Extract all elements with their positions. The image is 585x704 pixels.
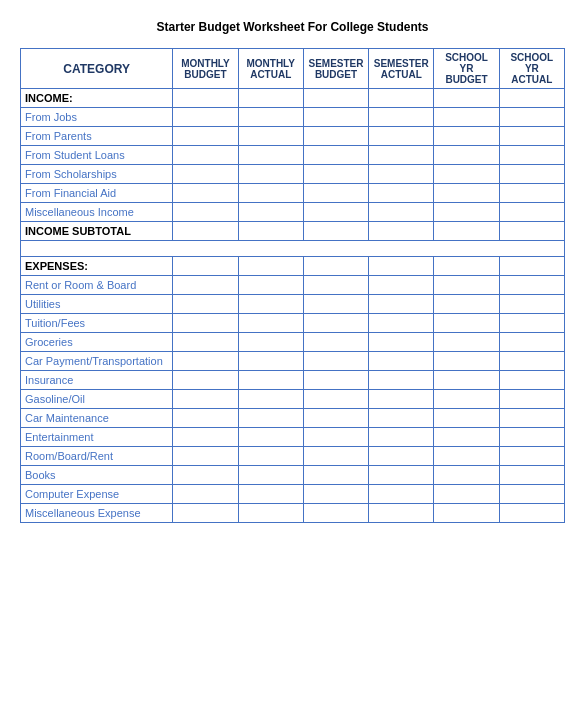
data-cell[interactable] [173, 295, 238, 314]
data-cell[interactable] [499, 504, 564, 523]
data-cell[interactable] [238, 276, 303, 295]
data-cell[interactable] [434, 89, 499, 108]
data-cell[interactable] [369, 390, 434, 409]
data-cell[interactable] [238, 222, 303, 241]
data-cell[interactable] [499, 409, 564, 428]
data-cell[interactable] [369, 276, 434, 295]
data-cell[interactable] [499, 371, 564, 390]
data-cell[interactable] [238, 203, 303, 222]
data-cell[interactable] [238, 333, 303, 352]
data-cell[interactable] [369, 89, 434, 108]
data-cell[interactable] [369, 371, 434, 390]
data-cell[interactable] [173, 390, 238, 409]
data-cell[interactable] [499, 203, 564, 222]
data-cell[interactable] [173, 352, 238, 371]
data-cell[interactable] [238, 409, 303, 428]
data-cell[interactable] [173, 485, 238, 504]
data-cell[interactable] [499, 466, 564, 485]
data-cell[interactable] [369, 504, 434, 523]
data-cell[interactable] [303, 314, 368, 333]
data-cell[interactable] [238, 447, 303, 466]
data-cell[interactable] [499, 314, 564, 333]
data-cell[interactable] [303, 276, 368, 295]
data-cell[interactable] [238, 352, 303, 371]
data-cell[interactable] [173, 127, 238, 146]
data-cell[interactable] [173, 89, 238, 108]
data-cell[interactable] [369, 409, 434, 428]
data-cell[interactable] [434, 108, 499, 127]
data-cell[interactable] [173, 257, 238, 276]
data-cell[interactable] [434, 146, 499, 165]
data-cell[interactable] [303, 390, 368, 409]
data-cell[interactable] [434, 276, 499, 295]
data-cell[interactable] [238, 428, 303, 447]
data-cell[interactable] [173, 276, 238, 295]
data-cell[interactable] [369, 428, 434, 447]
data-cell[interactable] [369, 108, 434, 127]
data-cell[interactable] [499, 146, 564, 165]
data-cell[interactable] [173, 428, 238, 447]
data-cell[interactable] [238, 504, 303, 523]
data-cell[interactable] [434, 485, 499, 504]
data-cell[interactable] [173, 222, 238, 241]
data-cell[interactable] [369, 333, 434, 352]
data-cell[interactable] [369, 295, 434, 314]
data-cell[interactable] [434, 127, 499, 146]
data-cell[interactable] [303, 89, 368, 108]
data-cell[interactable] [434, 165, 499, 184]
data-cell[interactable] [499, 352, 564, 371]
data-cell[interactable] [303, 108, 368, 127]
data-cell[interactable] [434, 409, 499, 428]
data-cell[interactable] [369, 222, 434, 241]
data-cell[interactable] [238, 146, 303, 165]
data-cell[interactable] [303, 165, 368, 184]
data-cell[interactable] [499, 295, 564, 314]
data-cell[interactable] [499, 257, 564, 276]
data-cell[interactable] [434, 314, 499, 333]
data-cell[interactable] [238, 466, 303, 485]
data-cell[interactable] [173, 314, 238, 333]
data-cell[interactable] [434, 257, 499, 276]
data-cell[interactable] [434, 203, 499, 222]
data-cell[interactable] [303, 371, 368, 390]
data-cell[interactable] [303, 447, 368, 466]
data-cell[interactable] [434, 184, 499, 203]
data-cell[interactable] [369, 184, 434, 203]
data-cell[interactable] [173, 504, 238, 523]
data-cell[interactable] [238, 485, 303, 504]
data-cell[interactable] [434, 371, 499, 390]
data-cell[interactable] [434, 295, 499, 314]
data-cell[interactable] [238, 390, 303, 409]
data-cell[interactable] [369, 127, 434, 146]
data-cell[interactable] [303, 485, 368, 504]
data-cell[interactable] [369, 146, 434, 165]
data-cell[interactable] [303, 352, 368, 371]
data-cell[interactable] [499, 89, 564, 108]
data-cell[interactable] [499, 184, 564, 203]
data-cell[interactable] [238, 89, 303, 108]
data-cell[interactable] [303, 184, 368, 203]
data-cell[interactable] [303, 295, 368, 314]
data-cell[interactable] [303, 504, 368, 523]
data-cell[interactable] [303, 146, 368, 165]
data-cell[interactable] [369, 165, 434, 184]
data-cell[interactable] [238, 127, 303, 146]
data-cell[interactable] [238, 257, 303, 276]
data-cell[interactable] [499, 127, 564, 146]
data-cell[interactable] [173, 203, 238, 222]
data-cell[interactable] [303, 409, 368, 428]
data-cell[interactable] [303, 333, 368, 352]
data-cell[interactable] [434, 390, 499, 409]
data-cell[interactable] [303, 222, 368, 241]
data-cell[interactable] [173, 447, 238, 466]
data-cell[interactable] [173, 165, 238, 184]
data-cell[interactable] [303, 257, 368, 276]
data-cell[interactable] [173, 146, 238, 165]
data-cell[interactable] [434, 352, 499, 371]
data-cell[interactable] [434, 447, 499, 466]
data-cell[interactable] [303, 127, 368, 146]
data-cell[interactable] [369, 352, 434, 371]
data-cell[interactable] [173, 333, 238, 352]
data-cell[interactable] [369, 466, 434, 485]
data-cell[interactable] [499, 276, 564, 295]
